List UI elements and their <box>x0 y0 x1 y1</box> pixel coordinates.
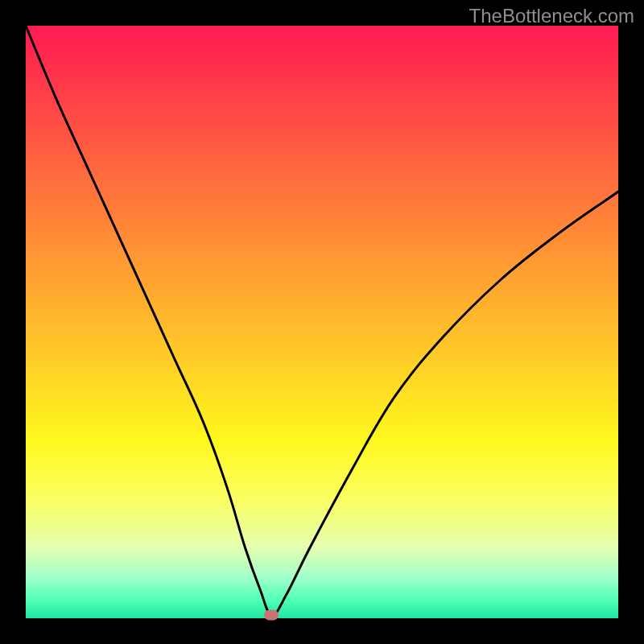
bottleneck-curve <box>26 26 618 615</box>
optimum-dot <box>264 610 279 621</box>
curve-svg <box>26 26 618 618</box>
chart-container: TheBottleneck.com <box>0 0 644 644</box>
plot-area <box>26 26 618 618</box>
watermark-text: TheBottleneck.com <box>469 5 634 27</box>
